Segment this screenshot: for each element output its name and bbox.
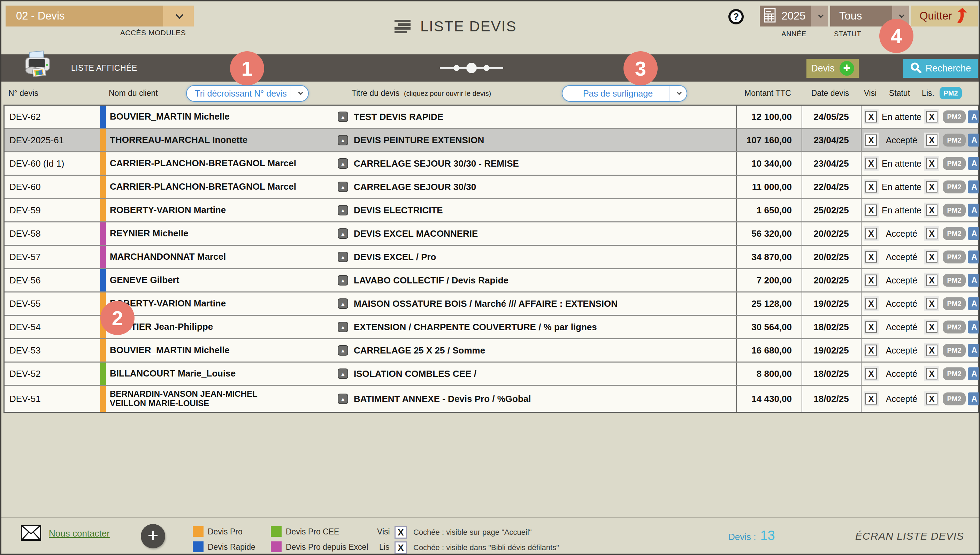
open-devis-icon[interactable]: ▲	[338, 228, 348, 239]
slider-dot-small-left[interactable]	[454, 65, 460, 71]
table-row[interactable]: DEV-58 REYNIER Michelle ▲ DEVIS EXCEL MA…	[5, 222, 978, 246]
pm2-badge[interactable]: PM2	[943, 297, 966, 310]
devis-title[interactable]: TEST DEVIS RAPIDE	[354, 106, 443, 128]
open-devis-icon[interactable]: ▲	[338, 345, 348, 356]
a-badge[interactable]: A	[968, 111, 980, 124]
a-badge[interactable]: A	[968, 297, 980, 310]
lis-checkbox[interactable]: X	[926, 181, 937, 193]
lis-checkbox[interactable]: X	[926, 368, 937, 380]
table-row[interactable]: DEV-60 CARRIER-PLANCHON-BRETAGNOL Marcel…	[5, 176, 978, 199]
visi-checkbox[interactable]: X	[865, 275, 877, 286]
add-button[interactable]: +	[141, 524, 165, 549]
open-devis-icon[interactable]: ▲	[338, 205, 348, 215]
open-devis-icon[interactable]: ▲	[338, 369, 348, 379]
visi-checkbox[interactable]: X	[865, 205, 877, 216]
table-row[interactable]: DEV-53 BOUVIER_MARTIN Michelle ▲ CARRELA…	[5, 339, 978, 363]
devis-title[interactable]: MAISON OSSATURE BOIS / Marché /// AFFAIR…	[354, 292, 618, 315]
a-badge[interactable]: A	[968, 134, 980, 147]
table-row[interactable]: DEV-62 BOUVIER_MARTIN Michelle ▲ TEST DE…	[5, 106, 978, 129]
a-badge[interactable]: A	[968, 274, 980, 287]
open-devis-icon[interactable]: ▲	[338, 112, 348, 122]
a-badge[interactable]: A	[968, 251, 980, 263]
quit-button[interactable]: Quitter	[911, 6, 978, 27]
search-button[interactable]: Recherche	[903, 59, 978, 78]
a-badge[interactable]: A	[968, 321, 980, 334]
lis-checkbox[interactable]: X	[926, 345, 937, 356]
a-badge[interactable]: A	[968, 344, 980, 357]
lis-checkbox[interactable]: X	[926, 135, 937, 146]
pm2-badge[interactable]: PM2	[943, 181, 966, 194]
open-devis-icon[interactable]: ▲	[338, 322, 348, 332]
devis-title[interactable]: DEVIS ELECTRICITE	[354, 199, 443, 221]
visi-checkbox[interactable]: X	[865, 135, 877, 146]
visi-checkbox[interactable]: X	[865, 228, 877, 239]
visi-checkbox[interactable]: X	[865, 368, 877, 380]
devis-title[interactable]: EXTENSION / CHARPENTE COUVERTURE / % par…	[354, 316, 597, 338]
visi-checkbox[interactable]: X	[865, 111, 877, 123]
visi-checkbox[interactable]: X	[865, 345, 877, 356]
open-devis-icon[interactable]: ▲	[338, 181, 348, 192]
devis-title[interactable]: ISOLATION COMBLES CEE /	[354, 363, 476, 385]
devis-title[interactable]: BATIMENT ANNEXE - Devis Pro / %Gobal	[354, 386, 531, 412]
table-row[interactable]: DEV-55 ROBERTY-VARION Martine ▲ MAISON O…	[5, 292, 978, 316]
devis-title[interactable]: CARRELAGE SEJOUR 30/30 - REMISE	[354, 152, 519, 175]
pm2-badge[interactable]: PM2	[943, 111, 966, 124]
devis-title[interactable]: LAVABO COLLECTIF / Devis Rapide	[354, 269, 508, 292]
pm2-badge[interactable]: PM2	[943, 393, 966, 406]
a-badge[interactable]: A	[968, 227, 980, 240]
open-devis-icon[interactable]: ▲	[338, 158, 348, 169]
pm2-badge[interactable]: PM2	[943, 251, 966, 263]
devis-title[interactable]: CARRELAGE 25 X 25 / Somme	[354, 339, 485, 361]
visi-checkbox[interactable]: X	[865, 321, 877, 333]
lis-checkbox[interactable]: X	[926, 251, 937, 263]
list-size-slider[interactable]	[440, 55, 503, 82]
new-devis-button[interactable]: Devis +	[807, 59, 859, 78]
visi-checkbox[interactable]: X	[865, 393, 877, 405]
open-devis-icon[interactable]: ▲	[338, 252, 348, 262]
lis-checkbox[interactable]: X	[926, 228, 937, 239]
year-selector[interactable]: 2025	[760, 6, 828, 27]
help-icon[interactable]: ?	[729, 9, 744, 24]
highlight-dropdown[interactable]: Pas de surlignage	[562, 85, 687, 102]
a-badge[interactable]: A	[968, 181, 980, 194]
table-row[interactable]: DEV-54 MONTIER Jean-Philippe ▲ EXTENSION…	[5, 316, 978, 339]
lis-checkbox[interactable]: X	[926, 205, 937, 216]
devis-title[interactable]: DEVIS PEINTURE EXTENSION	[354, 129, 484, 151]
open-devis-icon[interactable]: ▲	[338, 298, 348, 309]
visi-checkbox[interactable]: X	[865, 181, 877, 193]
pm2-badge[interactable]: PM2	[943, 367, 966, 380]
pm2-badge[interactable]: PM2	[943, 157, 966, 170]
lis-checkbox[interactable]: X	[926, 393, 937, 405]
table-row[interactable]: DEV-56 GENEVE Gilbert ▲ LAVABO COLLECTIF…	[5, 269, 978, 292]
devis-title[interactable]: DEVIS EXCEL MACONNERIE	[354, 222, 478, 245]
devis-title[interactable]: CARRELAGE SEJOUR 30/30	[354, 176, 476, 198]
open-devis-icon[interactable]: ▲	[338, 394, 348, 404]
pm2-badge[interactable]: PM2	[943, 344, 966, 357]
open-devis-icon[interactable]: ▲	[338, 135, 348, 145]
a-badge[interactable]: A	[968, 393, 980, 406]
table-row[interactable]: DEV-51 BERNARDIN-VANSON JEAN-MICHELVEILL…	[5, 386, 978, 412]
pm2-badge[interactable]: PM2	[943, 204, 966, 217]
table-row[interactable]: DEV-2025-61 THORREAU-MARCHAL Inonette ▲ …	[5, 129, 978, 152]
slider-dot-large[interactable]	[466, 63, 477, 73]
module-selector[interactable]: 02 - Devis	[6, 6, 194, 27]
lis-checkbox[interactable]: X	[926, 158, 937, 169]
table-row[interactable]: DEV-52 BILLANCOURT Marie_Louise ▲ ISOLAT…	[5, 363, 978, 386]
table-row[interactable]: DEV-59 ROBERTY-VARION Martine ▲ DEVIS EL…	[5, 199, 978, 222]
printer-icon[interactable]	[22, 50, 54, 82]
sort-dropdown[interactable]: Tri décroissant N° devis	[186, 85, 309, 102]
open-devis-icon[interactable]: ▲	[338, 275, 348, 286]
visi-checkbox[interactable]: X	[865, 158, 877, 169]
lis-checkbox[interactable]: X	[926, 275, 937, 286]
a-badge[interactable]: A	[968, 204, 980, 217]
lis-checkbox[interactable]: X	[926, 111, 937, 123]
pm2-badge[interactable]: PM2	[943, 274, 966, 287]
contact-link[interactable]: Nous contacter	[21, 525, 110, 542]
pm2-badge[interactable]: PM2	[943, 227, 966, 240]
visi-checkbox[interactable]: X	[865, 298, 877, 310]
slider-dot-small-right[interactable]	[484, 65, 490, 71]
pm2-badge[interactable]: PM2	[943, 134, 966, 147]
visi-checkbox[interactable]: X	[865, 251, 877, 263]
table-row[interactable]: DEV-57 MARCHANDONNAT Marcel ▲ DEVIS EXCE…	[5, 246, 978, 269]
a-badge[interactable]: A	[968, 367, 980, 380]
